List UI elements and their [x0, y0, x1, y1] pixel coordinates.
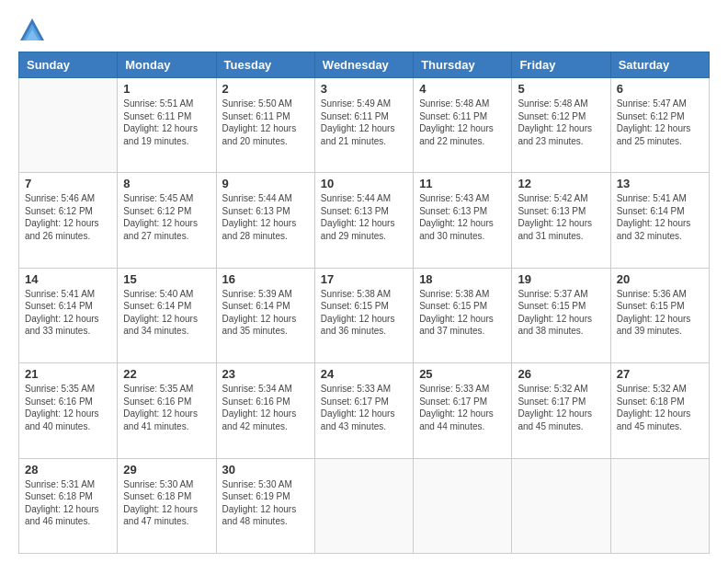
- week-row-4: 28Sunrise: 5:31 AMSunset: 6:18 PMDayligh…: [19, 458, 710, 553]
- day-cell: 12Sunrise: 5:42 AMSunset: 6:13 PMDayligh…: [512, 173, 610, 268]
- day-number: 17: [321, 272, 407, 286]
- header-row: SundayMondayTuesdayWednesdayThursdayFrid…: [19, 52, 710, 78]
- day-info: Sunrise: 5:42 AMSunset: 6:13 PMDaylight:…: [518, 192, 604, 242]
- header-cell-tuesday: Tuesday: [216, 52, 314, 78]
- day-cell: 25Sunrise: 5:33 AMSunset: 6:17 PMDayligh…: [414, 363, 512, 458]
- day-cell: 20Sunrise: 5:36 AMSunset: 6:15 PMDayligh…: [610, 268, 709, 362]
- day-info: Sunrise: 5:49 AMSunset: 6:11 PMDaylight:…: [321, 98, 407, 147]
- day-number: 25: [419, 367, 506, 381]
- day-number: 1: [123, 82, 210, 96]
- day-info: Sunrise: 5:50 AMSunset: 6:11 PMDaylight:…: [222, 98, 309, 147]
- day-info: Sunrise: 5:36 AMSunset: 6:15 PMDaylight:…: [617, 288, 703, 338]
- day-cell: 29Sunrise: 5:30 AMSunset: 6:18 PMDayligh…: [118, 458, 216, 553]
- day-number: 3: [321, 82, 407, 96]
- header-cell-saturday: Saturday: [610, 52, 709, 78]
- day-number: 11: [419, 177, 506, 190]
- day-cell: 4Sunrise: 5:48 AMSunset: 6:11 PMDaylight…: [414, 78, 512, 173]
- day-number: 6: [617, 82, 703, 96]
- day-cell: 22Sunrise: 5:35 AMSunset: 6:16 PMDayligh…: [118, 363, 216, 458]
- day-cell: 23Sunrise: 5:34 AMSunset: 6:16 PMDayligh…: [216, 363, 314, 458]
- day-info: Sunrise: 5:33 AMSunset: 6:17 PMDaylight:…: [321, 383, 407, 432]
- day-number: 12: [518, 177, 604, 190]
- day-cell: 3Sunrise: 5:49 AMSunset: 6:11 PMDaylight…: [314, 78, 413, 173]
- day-cell: 5Sunrise: 5:48 AMSunset: 6:12 PMDaylight…: [512, 78, 610, 173]
- day-info: Sunrise: 5:39 AMSunset: 6:14 PMDaylight:…: [222, 288, 309, 338]
- calendar: SundayMondayTuesdayWednesdayThursdayFrid…: [18, 52, 710, 554]
- day-info: Sunrise: 5:34 AMSunset: 6:16 PMDaylight:…: [222, 383, 309, 432]
- day-info: Sunrise: 5:48 AMSunset: 6:11 PMDaylight:…: [419, 98, 506, 147]
- day-number: 19: [518, 272, 604, 286]
- day-cell: 27Sunrise: 5:32 AMSunset: 6:18 PMDayligh…: [610, 363, 709, 458]
- day-info: Sunrise: 5:40 AMSunset: 6:14 PMDaylight:…: [123, 288, 210, 338]
- day-number: 23: [222, 367, 309, 381]
- day-info: Sunrise: 5:35 AMSunset: 6:16 PMDaylight:…: [25, 383, 111, 432]
- day-info: Sunrise: 5:45 AMSunset: 6:12 PMDaylight:…: [123, 192, 210, 242]
- day-cell: 21Sunrise: 5:35 AMSunset: 6:16 PMDayligh…: [19, 363, 118, 458]
- day-cell: [512, 458, 610, 553]
- day-number: 29: [123, 463, 210, 477]
- day-cell: [314, 458, 413, 553]
- day-cell: 28Sunrise: 5:31 AMSunset: 6:18 PMDayligh…: [19, 458, 118, 553]
- day-number: 2: [222, 82, 309, 96]
- day-info: Sunrise: 5:33 AMSunset: 6:17 PMDaylight:…: [419, 383, 506, 432]
- day-cell: 24Sunrise: 5:33 AMSunset: 6:17 PMDayligh…: [314, 363, 413, 458]
- day-number: 15: [123, 272, 210, 286]
- calendar-body: 1Sunrise: 5:51 AMSunset: 6:11 PMDaylight…: [19, 78, 710, 554]
- day-cell: 13Sunrise: 5:41 AMSunset: 6:14 PMDayligh…: [610, 173, 709, 268]
- day-cell: 26Sunrise: 5:32 AMSunset: 6:17 PMDayligh…: [512, 363, 610, 458]
- day-info: Sunrise: 5:31 AMSunset: 6:18 PMDaylight:…: [25, 478, 111, 528]
- day-number: 28: [25, 463, 111, 477]
- day-info: Sunrise: 5:44 AMSunset: 6:13 PMDaylight:…: [321, 192, 407, 242]
- day-info: Sunrise: 5:35 AMSunset: 6:16 PMDaylight:…: [123, 383, 210, 432]
- day-cell: 19Sunrise: 5:37 AMSunset: 6:15 PMDayligh…: [512, 268, 610, 362]
- day-info: Sunrise: 5:51 AMSunset: 6:11 PMDaylight:…: [123, 98, 210, 147]
- day-cell: 10Sunrise: 5:44 AMSunset: 6:13 PMDayligh…: [314, 173, 413, 268]
- day-cell: [19, 78, 118, 173]
- day-cell: 8Sunrise: 5:45 AMSunset: 6:12 PMDaylight…: [118, 173, 216, 268]
- day-number: 24: [321, 367, 407, 381]
- day-number: 20: [617, 272, 703, 286]
- day-info: Sunrise: 5:46 AMSunset: 6:12 PMDaylight:…: [25, 192, 111, 242]
- day-number: 10: [321, 177, 407, 190]
- logo-icon: [18, 17, 46, 44]
- day-cell: 9Sunrise: 5:44 AMSunset: 6:13 PMDaylight…: [216, 173, 314, 268]
- page: SundayMondayTuesdayWednesdayThursdayFrid…: [0, 0, 728, 563]
- week-row-1: 7Sunrise: 5:46 AMSunset: 6:12 PMDaylight…: [19, 173, 710, 268]
- day-cell: 30Sunrise: 5:30 AMSunset: 6:19 PMDayligh…: [216, 458, 314, 553]
- day-number: 13: [617, 177, 703, 190]
- day-cell: 15Sunrise: 5:40 AMSunset: 6:14 PMDayligh…: [118, 268, 216, 362]
- day-info: Sunrise: 5:41 AMSunset: 6:14 PMDaylight:…: [617, 192, 703, 242]
- header-cell-friday: Friday: [512, 52, 610, 78]
- day-cell: 11Sunrise: 5:43 AMSunset: 6:13 PMDayligh…: [414, 173, 512, 268]
- week-row-0: 1Sunrise: 5:51 AMSunset: 6:11 PMDaylight…: [19, 78, 710, 173]
- day-number: 22: [123, 367, 210, 381]
- day-info: Sunrise: 5:43 AMSunset: 6:13 PMDaylight:…: [419, 192, 506, 242]
- week-row-2: 14Sunrise: 5:41 AMSunset: 6:14 PMDayligh…: [19, 268, 710, 362]
- week-row-3: 21Sunrise: 5:35 AMSunset: 6:16 PMDayligh…: [19, 363, 710, 458]
- day-cell: 7Sunrise: 5:46 AMSunset: 6:12 PMDaylight…: [19, 173, 118, 268]
- calendar-header: SundayMondayTuesdayWednesdayThursdayFrid…: [19, 52, 710, 78]
- day-info: Sunrise: 5:41 AMSunset: 6:14 PMDaylight:…: [25, 288, 111, 338]
- header-cell-thursday: Thursday: [414, 52, 512, 78]
- logo: [18, 17, 50, 44]
- day-info: Sunrise: 5:47 AMSunset: 6:12 PMDaylight:…: [617, 98, 703, 147]
- day-cell: 16Sunrise: 5:39 AMSunset: 6:14 PMDayligh…: [216, 268, 314, 362]
- header: [18, 17, 710, 44]
- day-cell: [414, 458, 512, 553]
- day-number: 16: [222, 272, 309, 286]
- day-info: Sunrise: 5:37 AMSunset: 6:15 PMDaylight:…: [518, 288, 604, 338]
- day-cell: 6Sunrise: 5:47 AMSunset: 6:12 PMDaylight…: [610, 78, 709, 173]
- day-number: 14: [25, 272, 111, 286]
- day-number: 27: [617, 367, 703, 381]
- day-info: Sunrise: 5:38 AMSunset: 6:15 PMDaylight:…: [419, 288, 506, 338]
- day-info: Sunrise: 5:30 AMSunset: 6:19 PMDaylight:…: [222, 478, 309, 528]
- day-number: 4: [419, 82, 506, 96]
- day-info: Sunrise: 5:38 AMSunset: 6:15 PMDaylight:…: [321, 288, 407, 338]
- header-cell-monday: Monday: [118, 52, 216, 78]
- day-cell: 2Sunrise: 5:50 AMSunset: 6:11 PMDaylight…: [216, 78, 314, 173]
- day-number: 7: [25, 177, 111, 190]
- day-info: Sunrise: 5:44 AMSunset: 6:13 PMDaylight:…: [222, 192, 309, 242]
- day-cell: [610, 458, 709, 553]
- day-info: Sunrise: 5:32 AMSunset: 6:17 PMDaylight:…: [518, 383, 604, 432]
- header-cell-sunday: Sunday: [19, 52, 118, 78]
